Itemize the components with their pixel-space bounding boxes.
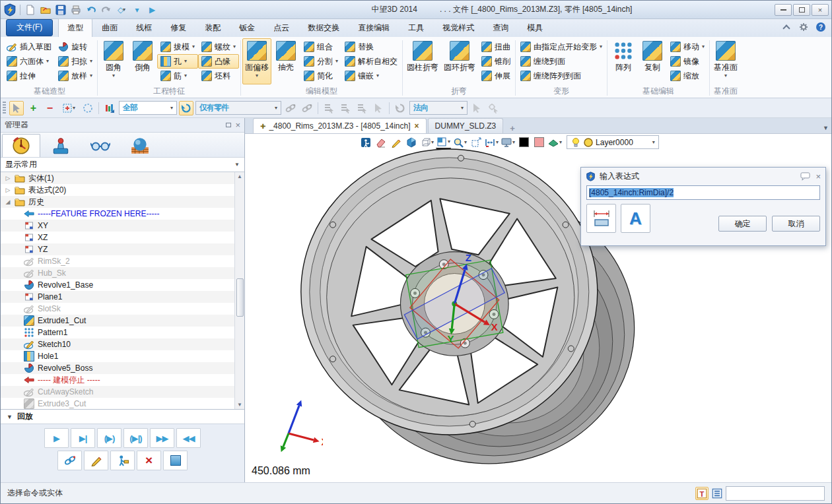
ribbon-button-wrap-to-face[interactable]: 缠绕到面	[517, 54, 606, 69]
wireframe-display-button[interactable]: ▾	[419, 135, 434, 149]
fast-forward-button[interactable]: ▶▶	[150, 428, 174, 448]
scroll-down-icon[interactable]: ▼	[237, 402, 242, 408]
gear-icon[interactable]	[798, 22, 809, 32]
tree-item[interactable]: Hub_Sk	[1, 267, 234, 279]
scope-filter-dropdown[interactable]: 仅有零件▾	[195, 101, 281, 115]
ribbon-button-mirror[interactable]: 镜像	[667, 54, 708, 69]
close-button[interactable]: ×	[812, 4, 829, 16]
ribbon-button-split[interactable]: 分割▾	[300, 54, 341, 69]
undo-button[interactable]	[85, 3, 98, 16]
ribbon-button-pattern[interactable]: 阵列	[609, 38, 638, 84]
menu-tab-模具[interactable]: 模具	[518, 18, 552, 37]
layer-dropdown[interactable]: Layer0000▾	[567, 135, 659, 149]
tree-item[interactable]: Revolve5_Boss	[1, 362, 234, 374]
ribbon-button-wrap-pattern-to-face[interactable]: 缠绕阵列到面	[517, 69, 606, 83]
ribbon-button-cylinder-bend[interactable]: 圆柱折弯	[404, 38, 441, 84]
ribbon-button-taper[interactable]: 锥削	[478, 54, 514, 69]
tree-item[interactable]: ----- 建模停止 -----	[1, 374, 234, 386]
ribbon-button-box[interactable]: 六面体▾	[3, 54, 55, 69]
menu-tab-查询[interactable]: 查询	[483, 18, 518, 37]
ribbon-button-face-offset[interactable]: 面偏移▾	[242, 38, 271, 84]
toolbar-drag-handle[interactable]	[3, 102, 6, 115]
menu-tab-线框[interactable]: 线框	[127, 18, 161, 37]
manager-tab-history-manager[interactable]	[2, 134, 40, 157]
ribbon-button-hole[interactable]: 孔▾	[157, 54, 198, 69]
selection-list-button-2[interactable]	[338, 101, 353, 115]
menu-tab-直接编辑[interactable]: 直接编辑	[349, 18, 399, 37]
related-entity-button-1[interactable]	[283, 101, 298, 115]
tree-item[interactable]: XY	[1, 220, 234, 232]
play-to-end-button[interactable]: ▶|	[71, 428, 95, 448]
ribbon-button-extrude[interactable]: 拉伸	[3, 69, 55, 83]
customize-button[interactable]: ▾	[130, 3, 143, 16]
tree-item[interactable]: ◢历史	[1, 196, 234, 208]
view-pattern-button[interactable]: ◇▾	[115, 3, 128, 16]
link-button[interactable]	[57, 451, 82, 470]
pick-settings-button[interactable]	[486, 101, 501, 115]
ribbon-button-chamfer[interactable]: 倒角	[128, 38, 157, 84]
menu-tab-视觉样式[interactable]: 视觉样式	[433, 18, 483, 37]
redo-button[interactable]	[100, 3, 113, 16]
comment-icon[interactable]	[800, 172, 810, 181]
scrollbar-thumb[interactable]	[236, 278, 244, 317]
ribbon-button-fillet[interactable]: 圆角▾	[99, 38, 128, 84]
reorient-button[interactable]	[393, 101, 407, 115]
reuse-last-input-button[interactable]	[179, 101, 193, 115]
save-button[interactable]	[54, 3, 67, 16]
tab-overflow-button[interactable]: ▼	[823, 125, 829, 131]
manager-restore-button[interactable]	[226, 123, 231, 127]
pick-button[interactable]	[9, 101, 24, 115]
menu-tab-造型[interactable]: 造型	[58, 18, 92, 37]
exit-button[interactable]	[359, 135, 372, 149]
prompt-mode-button[interactable]: T	[695, 487, 709, 500]
text-variable-button[interactable]: A	[621, 204, 650, 233]
play-button[interactable]: ▶	[145, 3, 158, 16]
menu-tab-点云[interactable]: 点云	[264, 18, 298, 37]
playback-section-header[interactable]: ▼ 回放	[1, 410, 244, 424]
zoom-button[interactable]: ▾	[452, 135, 468, 149]
graphics-canvas[interactable]: ZXY ▾▾▾▾▾▾Layer0000▾ 输入表达式 × [4805_14inc…	[245, 134, 831, 482]
ribbon-button-morph-from-point[interactable]: 由指定点开始变形▾	[517, 40, 606, 54]
ribbon-button-sweep[interactable]: 扫掠▾	[55, 54, 96, 69]
tree-item[interactable]: Sketch10	[1, 338, 234, 350]
lasso-button[interactable]	[81, 101, 95, 115]
ribbon-button-revolve[interactable]: 旋转	[55, 40, 96, 54]
fit-button[interactable]: ▾	[484, 135, 499, 149]
tree-item[interactable]: Hole1	[1, 350, 234, 362]
ribbon-button-combine[interactable]: 组合	[300, 40, 341, 54]
tree-item[interactable]: RimSk_2	[1, 255, 234, 267]
maximize-button[interactable]	[793, 4, 810, 16]
selection-list-button-4[interactable]	[371, 101, 386, 115]
tree-item[interactable]: CutAwaySketch	[1, 386, 234, 398]
manager-close-button[interactable]: ×	[235, 120, 240, 130]
manager-tab-assembly-manager[interactable]	[42, 134, 80, 157]
ribbon-button-rib[interactable]: 筋▾	[157, 69, 198, 83]
ribbon-button-simplify[interactable]: 简化	[300, 69, 341, 83]
rewind-button[interactable]: ◀◀	[176, 428, 201, 448]
menu-tab-装配[interactable]: 装配	[195, 18, 230, 37]
tree-scrollbar[interactable]: ▲ ▼	[234, 172, 244, 409]
ribbon-button-replace[interactable]: 替换	[341, 40, 401, 54]
open-file-button[interactable]	[39, 3, 52, 16]
play-button[interactable]: ▶	[44, 428, 69, 448]
ribbon-button-stretch[interactable]: 伸展	[478, 69, 514, 83]
collapse-ribbon-icon[interactable]	[781, 22, 792, 32]
expression-input[interactable]: [4805_14inch:RimDia]/2	[586, 185, 820, 200]
new-tab-button[interactable]: +	[504, 123, 520, 133]
tree-expander-icon[interactable]: ◢	[5, 199, 11, 205]
selection-list-button-1[interactable]	[322, 101, 336, 115]
cancel-button[interactable]: ×	[137, 451, 161, 470]
eraser-button[interactable]	[374, 135, 388, 149]
display-mode-button[interactable]: ▾	[501, 135, 516, 149]
ribbon-button-inlay[interactable]: 镶嵌▾	[341, 69, 401, 83]
bg-pink-button[interactable]	[532, 135, 546, 149]
menu-tab-曲面[interactable]: 曲面	[92, 18, 127, 37]
tree-item[interactable]: XZ	[1, 232, 234, 243]
walkthrough-button[interactable]	[110, 451, 135, 470]
resize-button[interactable]	[469, 135, 483, 149]
ribbon-button-resolve-self-intersect[interactable]: 解析自相交	[341, 54, 401, 69]
tree-item[interactable]: Pattern1	[1, 327, 234, 338]
ribbon-button-twist[interactable]: 扭曲	[478, 40, 514, 54]
add-selection-button[interactable]: +	[26, 101, 40, 115]
ribbon-button-flange[interactable]: 凸缘	[198, 54, 239, 69]
